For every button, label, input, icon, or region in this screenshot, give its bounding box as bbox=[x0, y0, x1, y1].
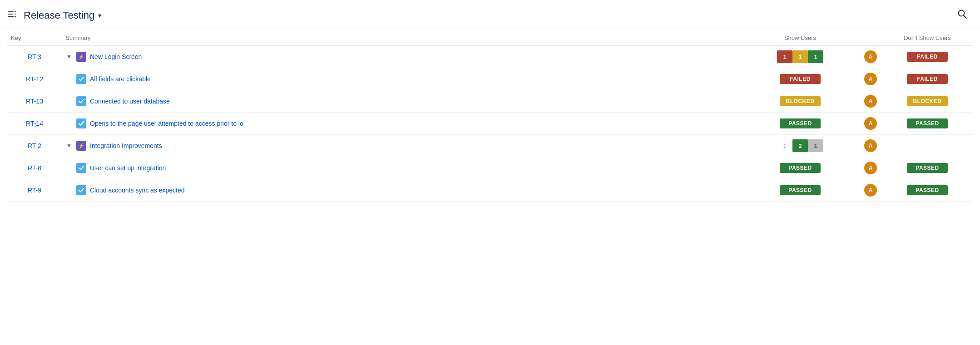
avatar: A bbox=[864, 73, 877, 85]
expand-btn-rt-2[interactable]: ▼ bbox=[65, 142, 73, 150]
show-users-cell: 111 bbox=[741, 45, 859, 68]
summary-text: Integration Improvements bbox=[90, 142, 162, 149]
col-header-dont-show-users: Don't Show Users bbox=[882, 29, 973, 45]
summary-text: Connected to user database bbox=[90, 98, 170, 105]
main-table-container: Key Summary Show Users Don't Show Users … bbox=[0, 29, 980, 202]
score-box-2: 1 bbox=[808, 139, 823, 152]
col-header-show-users: Show Users bbox=[741, 29, 859, 45]
key-link-rt-12[interactable]: RT-12 bbox=[26, 75, 43, 83]
summary-text: New Login Screen bbox=[90, 53, 142, 60]
col-header-summary: Summary bbox=[62, 29, 741, 45]
table-row: RT-14Opens to the page user attempted to… bbox=[7, 113, 973, 135]
score-group: 121 bbox=[745, 139, 856, 152]
dont-show-users-status-badge: PASSED bbox=[907, 185, 948, 195]
dont-show-users-cell bbox=[882, 135, 973, 157]
avatar: A bbox=[864, 117, 877, 130]
expand-btn-rt-3[interactable]: ▼ bbox=[65, 53, 73, 61]
story-icon: ⚡ bbox=[76, 52, 86, 62]
dont-show-users-status-badge: PASSED bbox=[907, 118, 948, 128]
dont-show-users-status-badge: FAILED bbox=[907, 52, 948, 62]
score-group: 111 bbox=[745, 50, 856, 63]
summary-text: Opens to the page user attempted to acce… bbox=[90, 120, 243, 127]
score-box-1: 1 bbox=[792, 50, 808, 63]
dont-show-users-cell: FAILED bbox=[882, 45, 973, 68]
avatar: A bbox=[864, 95, 877, 108]
dont-show-users-cell: FAILED bbox=[882, 68, 973, 90]
table-row: RT-8User can set up integrationPASSEDAPA… bbox=[7, 157, 973, 179]
task-icon bbox=[76, 185, 86, 195]
show-users-cell: PASSED bbox=[741, 179, 859, 202]
show-users-status-badge: PASSED bbox=[780, 163, 821, 173]
dont-show-users-status-badge: BLOCKED bbox=[907, 96, 948, 106]
avatar: A bbox=[864, 50, 877, 63]
dont-show-users-status-badge: FAILED bbox=[907, 74, 948, 84]
score-box-0: 1 bbox=[777, 50, 792, 63]
avatar: A bbox=[864, 139, 877, 152]
table-row: RT-9Cloud accounts sync as expectedPASSE… bbox=[7, 179, 973, 202]
task-icon bbox=[76, 96, 86, 106]
score-box-0: 1 bbox=[777, 139, 792, 152]
key-link-rt-2[interactable]: RT-2 bbox=[28, 142, 41, 149]
show-users-cell: PASSED bbox=[741, 113, 859, 135]
svg-rect-0 bbox=[8, 11, 14, 12]
table-row: RT-2▼⚡Integration Improvements121A bbox=[7, 135, 973, 157]
key-link-rt-13[interactable]: RT-13 bbox=[26, 98, 43, 105]
svg-rect-1 bbox=[8, 14, 13, 15]
show-users-cell: PASSED bbox=[741, 157, 859, 179]
key-link-rt-14[interactable]: RT-14 bbox=[26, 120, 43, 127]
svg-rect-3 bbox=[15, 11, 16, 12]
list-icon bbox=[7, 9, 20, 22]
summary-text: All fields are clickable bbox=[90, 75, 151, 83]
show-users-status-badge: BLOCKED bbox=[780, 96, 821, 106]
dont-show-users-cell: PASSED bbox=[882, 179, 973, 202]
page-header: Release Testing ▾ bbox=[0, 0, 980, 29]
key-link-rt-9[interactable]: RT-9 bbox=[28, 187, 41, 194]
score-box-1: 2 bbox=[792, 139, 808, 152]
show-users-status-badge: PASSED bbox=[780, 185, 821, 195]
summary-text: User can set up integration bbox=[90, 164, 166, 172]
table-row: RT-3▼⚡New Login Screen111AFAILED bbox=[7, 45, 973, 68]
issues-table: Key Summary Show Users Don't Show Users … bbox=[7, 29, 973, 202]
summary-text: Cloud accounts sync as expected bbox=[90, 187, 185, 194]
title-dropdown-chevron[interactable]: ▾ bbox=[98, 12, 101, 19]
table-body: RT-3▼⚡New Login Screen111AFAILEDRT-12All… bbox=[7, 45, 973, 202]
avatar: A bbox=[864, 162, 877, 174]
svg-rect-2 bbox=[8, 16, 14, 17]
show-users-cell: FAILED bbox=[741, 68, 859, 90]
dont-show-users-cell: BLOCKED bbox=[882, 90, 973, 113]
search-button[interactable] bbox=[955, 7, 969, 23]
show-users-cell: 121 bbox=[741, 135, 859, 157]
show-users-status-badge: FAILED bbox=[780, 74, 821, 84]
score-box-2: 1 bbox=[808, 50, 823, 63]
show-users-cell: BLOCKED bbox=[741, 90, 859, 113]
svg-rect-5 bbox=[15, 16, 16, 17]
story-icon: ⚡ bbox=[76, 141, 86, 151]
task-icon bbox=[76, 74, 86, 84]
dont-show-users-status-badge: PASSED bbox=[907, 163, 948, 173]
svg-rect-4 bbox=[15, 14, 16, 15]
header-left: Release Testing ▾ bbox=[7, 9, 101, 22]
svg-line-7 bbox=[964, 15, 966, 18]
col-header-key: Key bbox=[7, 29, 62, 45]
avatar: A bbox=[864, 184, 877, 197]
dont-show-users-cell: PASSED bbox=[882, 157, 973, 179]
table-row: RT-13Connected to user databaseBLOCKEDAB… bbox=[7, 90, 973, 113]
task-icon bbox=[76, 118, 86, 128]
page-title: Release Testing bbox=[24, 10, 94, 21]
dont-show-users-cell: PASSED bbox=[882, 113, 973, 135]
table-header: Key Summary Show Users Don't Show Users bbox=[7, 29, 973, 45]
key-link-rt-3[interactable]: RT-3 bbox=[28, 53, 41, 60]
task-icon bbox=[76, 163, 86, 173]
table-row: RT-12All fields are clickableFAILEDAFAIL… bbox=[7, 68, 973, 90]
show-users-status-badge: PASSED bbox=[780, 118, 821, 128]
key-link-rt-8[interactable]: RT-8 bbox=[28, 164, 41, 172]
